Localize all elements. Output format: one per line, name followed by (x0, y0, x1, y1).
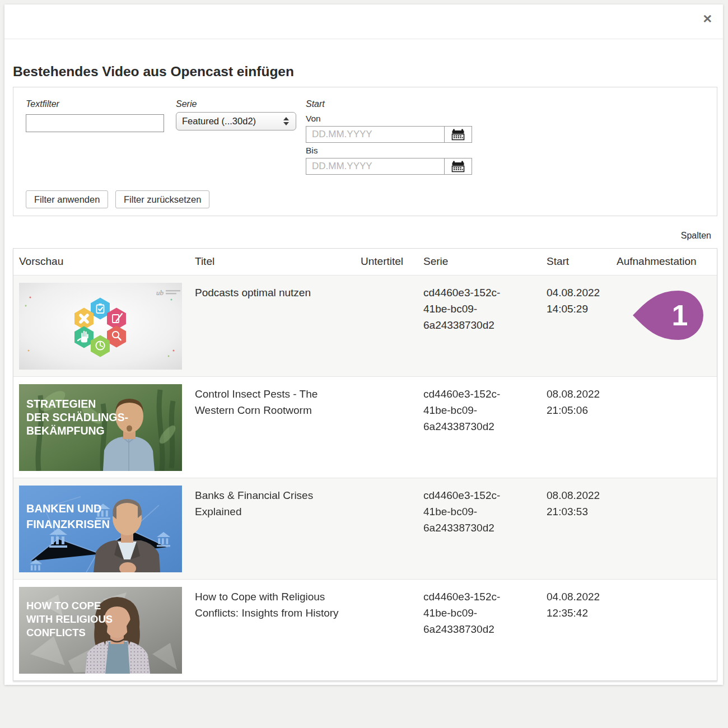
svg-text:WITH RELIGIOUS: WITH RELIGIOUS (26, 613, 113, 625)
video-start: 08.08.2022 21:03:53 (541, 478, 611, 579)
annotation-number: 1 (672, 299, 688, 332)
header-serie: Serie (418, 249, 541, 275)
bis-label: Bis (306, 146, 318, 156)
date-from-input[interactable] (306, 126, 444, 143)
svg-text:BEKÄMPFUNG: BEKÄMPFUNG (26, 424, 105, 437)
video-title: Control Insect Pests - The Western Corn … (189, 377, 355, 478)
svg-text:DER SCHÄDLINGS-: DER SCHÄDLINGS- (26, 411, 128, 423)
video-table: Vorschau Titel Untertitel Serie Start Au… (13, 248, 717, 681)
header-titel: Titel (189, 249, 355, 275)
thumbnail-hexagon-graphic: ub (19, 283, 182, 370)
video-series: cd4460e3-152c-41be-bc09-6a24338730d2 (423, 589, 517, 637)
opencast-insert-modal: ✕ Bestehendes Video aus Opencast einfüge… (4, 4, 723, 685)
video-start: 04.08.2022 12:35:42 (541, 580, 611, 680)
table-row[interactable]: STRATEGIEN DER SCHÄDLINGS- BEKÄMPFUNG Co… (13, 376, 717, 478)
start-date: 04.08.2022 (547, 284, 605, 301)
video-series: cd4460e3-152c-41be-bc09-6a24338730d2 (423, 487, 517, 536)
modal-header: ✕ (4, 4, 723, 39)
close-icon[interactable]: ✕ (702, 13, 712, 25)
video-subtitle (355, 377, 418, 478)
apply-filter-button[interactable]: Filter anwenden (26, 190, 108, 208)
table-header-row: Vorschau Titel Untertitel Serie Start Au… (13, 249, 717, 275)
video-series: cd4460e3-152c-41be-bc09-6a24338730d2 (423, 284, 517, 333)
video-start: 08.08.2022 21:05:06 (541, 377, 611, 478)
thumbnail-banks-graphic: BANKEN UND FINANZKRISEN (19, 486, 182, 572)
video-station (611, 478, 717, 579)
header-vorschau: Vorschau (13, 249, 189, 275)
filter-panel: Textfilter Serie Featured (...30d2) Star… (13, 87, 717, 216)
video-thumbnail: ub (13, 276, 189, 376)
von-label: Von (306, 114, 321, 124)
calendar-icon (451, 160, 465, 172)
video-title: Banks & Financial Crises Explained (189, 478, 355, 579)
video-subtitle (355, 478, 418, 579)
serie-select[interactable]: Featured (...30d2) (176, 112, 296, 130)
date-to-input[interactable] (306, 158, 444, 175)
start-time: 21:05:06 (547, 402, 605, 418)
video-station (611, 580, 717, 680)
thumbnail-religious-graphic: HOW TO COPE WITH RELIGIOUS CONFLICTS (19, 587, 182, 674)
start-time: 14:05:29 (547, 301, 605, 317)
header-aufnahmestation: Aufnahmestation (611, 249, 717, 275)
video-thumbnail: HOW TO COPE WITH RELIGIOUS CONFLICTS (13, 580, 189, 680)
svg-text:FINANZKRISEN: FINANZKRISEN (26, 518, 110, 530)
date-from-calendar-button[interactable] (444, 126, 472, 143)
video-title: Podcasts optimal nutzen (189, 276, 355, 376)
textfilter-input[interactable] (26, 114, 164, 132)
video-subtitle (355, 276, 418, 376)
video-start: 04.08.2022 14:05:29 (541, 276, 611, 376)
thumbnail-corn-graphic: STRATEGIEN DER SCHÄDLINGS- BEKÄMPFUNG (19, 384, 182, 471)
header-start: Start (541, 249, 611, 275)
calendar-icon (451, 128, 465, 141)
svg-text:CONFLICTS: CONFLICTS (26, 627, 86, 638)
svg-text:STRATEGIEN: STRATEGIEN (26, 398, 96, 410)
video-subtitle (355, 580, 418, 680)
table-row[interactable]: BANKEN UND FINANZKRISEN Banks & Financia… (13, 478, 717, 579)
serie-select-value: Featured (...30d2) (182, 116, 283, 127)
start-date: 04.08.2022 (547, 589, 605, 605)
video-thumbnail: STRATEGIEN DER SCHÄDLINGS- BEKÄMPFUNG (13, 377, 189, 478)
video-thumbnail: BANKEN UND FINANZKRISEN (13, 478, 189, 579)
columns-menu[interactable]: Spalten (681, 231, 711, 241)
video-series: cd4460e3-152c-41be-bc09-6a24338730d2 (423, 386, 517, 435)
video-station (611, 377, 717, 478)
start-date: 08.08.2022 (547, 386, 605, 402)
page-title: Bestehendes Video aus Opencast einfügen (13, 64, 294, 80)
start-time: 12:35:42 (547, 605, 605, 621)
reset-filter-button[interactable]: Filter zurücksetzen (115, 190, 209, 208)
start-date: 08.08.2022 (547, 487, 605, 503)
serie-label: Serie (176, 99, 197, 109)
select-stepper-icon (283, 117, 289, 125)
annotation-marker-1: 1 (632, 290, 704, 341)
table-row[interactable]: HOW TO COPE WITH RELIGIOUS CONFLICTS How… (13, 579, 717, 680)
svg-text:BANKEN UND: BANKEN UND (26, 502, 101, 515)
table-row[interactable]: ub (13, 275, 717, 376)
svg-text:ub: ub (156, 288, 164, 297)
textfilter-label: Textfilter (26, 99, 59, 109)
header-untertitel: Untertitel (355, 249, 418, 275)
video-title: How to Cope with Religious Conflicts: In… (189, 580, 355, 680)
date-to-calendar-button[interactable] (444, 158, 472, 175)
start-time: 21:03:53 (547, 503, 605, 520)
svg-text:HOW TO COPE: HOW TO COPE (26, 600, 101, 612)
start-label: Start (306, 99, 325, 109)
